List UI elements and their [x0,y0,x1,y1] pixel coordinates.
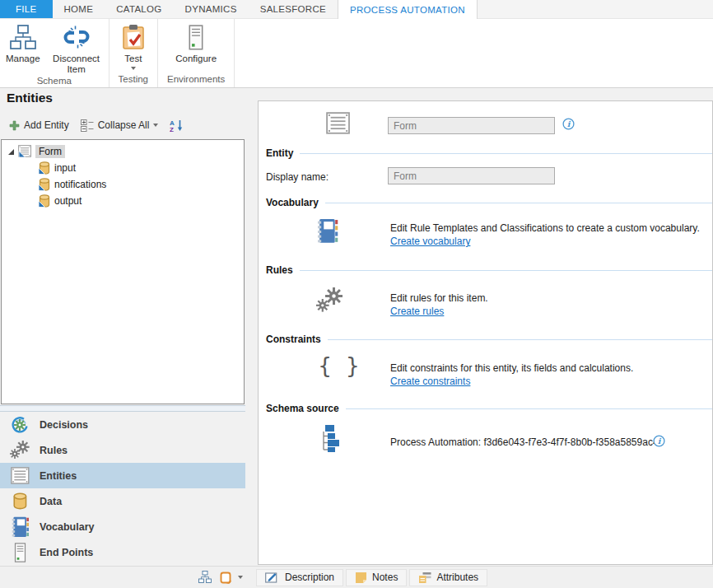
field-icon [38,194,51,208]
collapse-all-icon [81,119,94,132]
tree-row-notifications[interactable]: notifications [2,176,244,193]
section-divider [346,408,712,409]
tab-catalog[interactable]: CATALOG [105,0,173,18]
display-name-input[interactable] [388,167,555,184]
section-divider [328,339,712,340]
decisions-icon [7,415,33,435]
tree-expander-icon[interactable] [7,147,15,156]
create-vocabulary-link[interactable]: Create vocabulary [390,236,470,247]
add-plus-icon [9,120,20,131]
group-label-environments: Environments [159,73,233,87]
section-title-constraints: Constraints [266,334,321,345]
attributes-icon [418,572,431,584]
attributes-tab[interactable]: Attributes [409,569,487,586]
nav-item-rules[interactable]: Rules [0,437,245,463]
test-dropdown-caret-icon [131,67,136,70]
schema-source-info-icon[interactable]: i [653,435,665,450]
data-cylinder-icon [7,492,33,511]
attributes-label: Attributes [436,572,478,583]
section-header-entity: Entity [266,147,712,159]
tree-row-output[interactable]: output [2,193,244,209]
collapse-all-caret-icon [153,124,158,127]
tree-label-input[interactable]: input [54,162,76,174]
section-header-rules: Rules [266,264,712,276]
nav-label-vocabulary: Vocabulary [40,521,94,533]
add-entity-button[interactable]: Add Entity [6,119,72,132]
sort-az-icon: A Z [170,119,184,132]
tree-row-form[interactable]: Form [2,143,244,160]
nav-label-decisions: Decisions [40,419,88,431]
entities-toolbar: Add Entity Collapse All A Z [6,117,187,133]
ribbon-group-environments: Configure Environments [158,19,235,87]
description-icon [265,572,280,584]
bottom-bar: Description Notes Attributes [0,566,713,588]
disconnect-item-label: Disconnect Item [50,54,103,75]
schema-source-text: Process Automation: f3d6e043-f7e3-4f7f-8… [390,436,659,448]
tree-label-form[interactable]: Form [35,145,65,158]
tab-file[interactable]: FILE [0,0,53,18]
nav-label-end-points: End Points [40,547,93,558]
nav-item-data[interactable]: Data [0,488,245,514]
section-divider [300,270,712,271]
nav-item-vocabulary[interactable]: Vocabulary [0,514,245,539]
panel-splitter[interactable] [0,405,245,412]
field-icon [38,161,51,175]
nav-label-data: Data [40,496,62,507]
module-nav: Decisions Rules Entities Data [0,412,245,565]
constraints-braces-icon: { } [318,352,363,378]
sort-az-button[interactable]: A Z [166,118,187,133]
section-header-constraints: Constraints [266,334,712,345]
section-header-schema-source: Schema source [266,403,712,414]
manage-button[interactable]: Manage [1,19,45,64]
rules-section-gears-icon [316,287,343,316]
section-title-rules: Rules [266,264,293,276]
description-tab[interactable]: Description [256,569,343,586]
ribbon: Manage Discon [0,19,713,88]
ribbon-group-schema: Manage Discon [0,19,110,87]
notes-label: Notes [372,572,398,583]
vocabulary-description-text: Edit Rule Templates and Classifications … [390,222,700,234]
nav-item-entities[interactable]: Entities [0,463,245,488]
tab-salesforce[interactable]: SALESFORCE [249,0,338,18]
schema-view-button[interactable] [195,569,216,586]
constraints-description-text: Edit constraints for this entity, its fi… [390,362,633,374]
section-title-vocabulary: Vocabulary [266,197,319,208]
test-button[interactable]: Test [116,19,151,70]
nav-label-rules: Rules [40,445,68,456]
create-constraints-link[interactable]: Create constraints [390,376,470,387]
configure-label: Configure [175,54,217,64]
vocabulary-section-book-icon [316,218,338,247]
entity-form-icon [18,145,32,158]
tree-row-input[interactable]: input [2,160,244,176]
end-points-server-icon [7,543,33,562]
view-dropdown-caret-icon[interactable] [238,576,243,579]
entity-name-info-icon[interactable]: i [562,118,575,133]
vocabulary-book-icon [7,516,33,538]
ribbon-tab-strip: FILE HOME CATALOG DYNAMICS SALESFORCE PR… [0,0,713,19]
scroll-view-button[interactable] [216,569,236,586]
notes-sticky-icon [355,572,367,584]
test-clipboard-icon [121,22,146,52]
configure-button[interactable]: Configure [170,19,221,64]
entity-header-form-icon [326,112,351,138]
tab-home[interactable]: HOME [53,0,105,18]
nav-item-decisions[interactable]: Decisions [0,412,245,437]
tree-label-notifications[interactable]: notifications [54,179,106,190]
tab-dynamics[interactable]: DYNAMICS [174,0,249,18]
tab-process-automation[interactable]: PROCESS AUTOMATION [338,0,478,19]
tree-label-output[interactable]: output [54,195,82,207]
disconnect-item-button[interactable]: Disconnect Item [45,19,108,75]
section-divider [300,153,712,154]
nav-item-end-points[interactable]: End Points [0,539,245,565]
collapse-all-label: Collapse All [98,119,150,131]
create-rules-link[interactable]: Create rules [390,306,444,317]
collapse-all-button[interactable]: Collapse All [77,119,162,133]
notes-tab[interactable]: Notes [346,569,407,586]
ribbon-group-testing: Test Testing [110,19,158,87]
section-header-vocabulary: Vocabulary [266,197,712,208]
application-window: FILE HOME CATALOG DYNAMICS SALESFORCE PR… [0,0,713,588]
schema-source-tree-icon [318,424,343,457]
svg-text:Z: Z [170,126,174,133]
entity-name-input[interactable] [388,117,555,134]
scroll-icon [219,571,233,585]
